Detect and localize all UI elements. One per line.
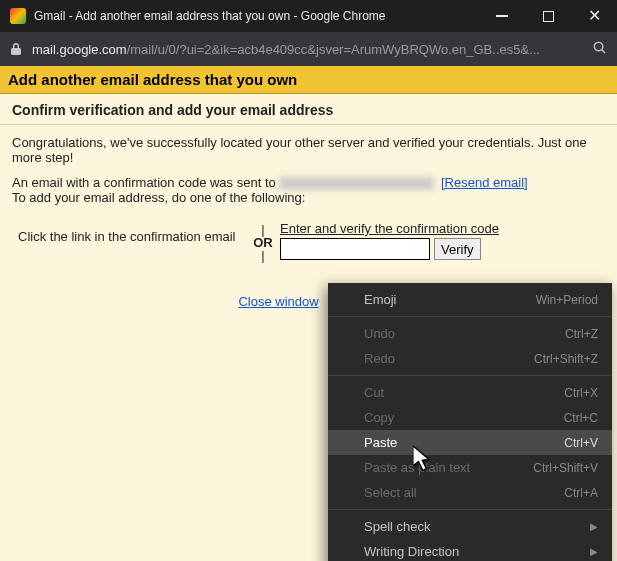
page-header: Add another email address that you own — [0, 66, 617, 94]
resend-email-link[interactable]: [Resend email] — [441, 175, 528, 190]
search-icon[interactable] — [592, 40, 607, 58]
address-bar[interactable]: mail.google.com/mail/u/0/?ui=2&ik=acb4e4… — [0, 32, 617, 66]
ctx-select-all[interactable]: Select allCtrl+A — [328, 480, 612, 505]
ctx-paste[interactable]: PasteCtrl+V — [328, 430, 612, 455]
context-menu: EmojiWin+Period UndoCtrl+Z RedoCtrl+Shif… — [328, 283, 612, 561]
instructions-line: To add your email address, do one of the… — [12, 190, 605, 205]
chevron-right-icon: ▶ — [590, 521, 598, 532]
maximize-icon — [543, 11, 554, 22]
page-content: Add another email address that you own C… — [0, 66, 617, 561]
verify-button[interactable]: Verify — [434, 238, 481, 260]
verify-row: Click the link in the confirmation email… — [12, 221, 605, 262]
url-host: mail.google.com — [32, 42, 127, 57]
ctx-spell-check[interactable]: Spell check▶ — [328, 514, 612, 539]
ctx-separator — [328, 316, 612, 317]
redacted-email — [279, 177, 434, 190]
svg-line-1 — [602, 50, 605, 53]
chevron-right-icon: ▶ — [590, 546, 598, 557]
ctx-paste-plain[interactable]: Paste as plain textCtrl+Shift+V — [328, 455, 612, 480]
lock-icon — [10, 42, 22, 56]
congrats-text: Congratulations, we've successfully loca… — [12, 135, 605, 165]
page-subheader: Confirm verification and add your email … — [0, 94, 617, 125]
ctx-undo[interactable]: UndoCtrl+Z — [328, 321, 612, 346]
confirmation-code-input[interactable] — [280, 238, 430, 260]
window-title: Gmail - Add another email address that y… — [34, 9, 479, 23]
ctx-emoji[interactable]: EmojiWin+Period — [328, 287, 612, 312]
close-window-link[interactable]: Close window — [238, 294, 318, 309]
sent-prefix: An email with a confirmation code was se… — [12, 175, 279, 190]
ctx-writing-direction[interactable]: Writing Direction▶ — [328, 539, 612, 561]
ctx-copy[interactable]: CopyCtrl+C — [328, 405, 612, 430]
ctx-cut[interactable]: CutCtrl+X — [328, 380, 612, 405]
url-text: mail.google.com/mail/u/0/?ui=2&ik=acb4e4… — [32, 42, 584, 57]
maximize-button[interactable] — [525, 0, 571, 32]
minimize-icon — [496, 15, 508, 17]
verify-option-left: Click the link in the confirmation email — [18, 221, 246, 244]
gmail-icon — [10, 8, 26, 24]
or-separator: | OR | — [246, 221, 280, 262]
verify-option-right: Enter and verify the confirmation code V… — [280, 221, 499, 260]
url-path: /mail/u/0/?ui=2&ik=acb4e409cc&jsver=Arum… — [127, 42, 540, 57]
ctx-separator — [328, 509, 612, 510]
minimize-button[interactable] — [479, 0, 525, 32]
window-titlebar: Gmail - Add another email address that y… — [0, 0, 617, 32]
svg-point-0 — [594, 42, 602, 50]
ctx-separator — [328, 375, 612, 376]
code-label: Enter and verify the confirmation code — [280, 221, 499, 236]
close-button[interactable]: ✕ — [571, 0, 617, 32]
ctx-redo[interactable]: RedoCtrl+Shift+Z — [328, 346, 612, 371]
window-controls: ✕ — [479, 0, 617, 32]
sent-line: An email with a confirmation code was se… — [12, 175, 605, 190]
close-icon: ✕ — [588, 8, 601, 24]
